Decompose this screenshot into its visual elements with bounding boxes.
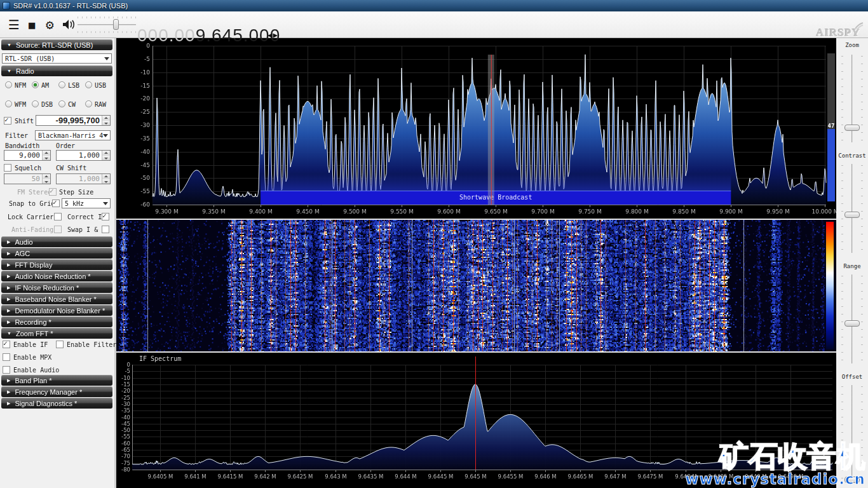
shift-value-spinner[interactable]: -99,995,700 xyxy=(36,115,111,126)
slider-track xyxy=(851,274,853,363)
radio-header-label: Radio xyxy=(16,67,34,75)
tune-right-icon[interactable]: ▸ xyxy=(273,29,279,41)
panel-header-label: AGC xyxy=(15,250,30,257)
mode-label-raw: RAW xyxy=(95,101,106,108)
mode-radio-cw[interactable] xyxy=(58,100,65,107)
main-spectrum-canvas[interactable] xyxy=(116,38,836,219)
checkbox-enable-mpx[interactable] xyxy=(3,353,10,361)
radio-panel-header[interactable]: ▼ Radio xyxy=(1,65,112,76)
swap-iq-checkbox[interactable] xyxy=(102,226,109,233)
mode-radio-usb[interactable] xyxy=(85,81,92,88)
panel-header-label: Band Plan * xyxy=(15,377,51,384)
volume-track xyxy=(78,24,136,25)
correct-iq-checkbox[interactable]: ✓ xyxy=(102,213,109,220)
mode-radio-wfm[interactable] xyxy=(5,100,12,107)
panel-header-frequency-manager-[interactable]: ▶Frequency Manager * xyxy=(1,386,112,397)
checkbox-enable-if[interactable]: ✓ xyxy=(3,341,10,348)
gear-icon[interactable]: ⚙ xyxy=(46,17,54,33)
left-panel: ▼ Source: RTL-SDR (USB) RTL-SDR (USB) ▼ … xyxy=(0,38,114,488)
expand-arrow-icon: ▶ xyxy=(7,251,10,256)
panel-header-zoom-fft-[interactable]: ▼Zoom FFT * xyxy=(1,328,112,339)
order-value: 1,000 xyxy=(57,151,102,159)
mode-radio-am[interactable] xyxy=(32,81,39,88)
volume-slider[interactable] xyxy=(78,19,136,30)
spinner-arrows-icon[interactable] xyxy=(102,151,110,160)
panel-header-baseband-noise-blanker-[interactable]: ▶Baseband Noise Blanker * xyxy=(1,294,112,304)
panel-header-demodulator-noise-blanker-[interactable]: ▶Demodulator Noise Blanker * xyxy=(1,305,112,316)
range-slider[interactable] xyxy=(838,274,866,363)
step-size-dropdown[interactable]: 5 kHz xyxy=(62,198,111,208)
source-panel-header[interactable]: ▼ Source: RTL-SDR (USB) xyxy=(1,39,112,50)
panel-header-band-plan-[interactable]: ▶Band Plan * xyxy=(1,375,112,386)
volume-thumb[interactable] xyxy=(113,19,119,30)
checkbox-enable-filter[interactable] xyxy=(56,341,64,348)
mode-label-am: AM xyxy=(41,82,49,89)
range-slider-thumb[interactable] xyxy=(844,320,860,327)
panel-header-audio-noise-reduction-[interactable]: ▶Audio Noise Reduction * xyxy=(1,271,112,281)
filter-label: Filter xyxy=(5,132,28,139)
spinner-arrows-icon xyxy=(42,174,50,184)
source-device-dropdown[interactable]: RTL-SDR (USB) xyxy=(2,53,112,64)
lock-carrier-checkbox[interactable] xyxy=(54,213,62,220)
panel-header-audio[interactable]: ▶Audio xyxy=(1,236,112,247)
cw-shift-label: CW Shift xyxy=(56,165,86,172)
squelch-checkbox[interactable] xyxy=(4,164,11,172)
label-enable-audio: Enable Audio xyxy=(13,367,59,374)
shift-checkbox[interactable]: ✓ xyxy=(4,117,11,125)
toolbar: ☰ ■ ⚙ 000.009.645.000 ◂▸ AIRSPY xyxy=(0,11,868,38)
tune-step-arrows[interactable]: ◂▸ xyxy=(268,29,278,41)
waterfall-panel xyxy=(116,220,836,351)
tune-left-icon[interactable]: ◂ xyxy=(268,29,273,41)
panel-header-signal-diagnostics-[interactable]: ▶Signal Diagnostics * xyxy=(1,398,112,409)
panel-header-agc[interactable]: ▶AGC xyxy=(1,248,112,259)
contrast-slider-thumb[interactable] xyxy=(844,212,860,218)
offset-slider[interactable] xyxy=(838,385,866,483)
expand-arrow-icon: ▶ xyxy=(7,262,10,268)
spinner-arrows-icon[interactable] xyxy=(42,151,50,160)
checkbox-enable-audio[interactable] xyxy=(3,366,10,374)
waterfall-color-scale xyxy=(826,222,834,349)
panel-header-fft-display[interactable]: ▶FFT Display xyxy=(1,259,112,270)
panel-header-recording-[interactable]: ▶Recording * xyxy=(1,316,112,327)
panel-header-label: Zoom FFT * xyxy=(16,330,53,337)
label-enable-mpx: Enable MPX xyxy=(13,354,51,361)
correct-iq-label: Correct IQ xyxy=(67,214,105,220)
snap-to-grid-checkbox[interactable]: ✓ xyxy=(52,200,60,207)
slider-ticks xyxy=(861,165,863,252)
order-spinner[interactable]: 1,000 xyxy=(56,150,111,161)
speaker-icon[interactable] xyxy=(62,19,76,32)
expand-arrow-icon: ▶ xyxy=(7,297,10,302)
spinner-arrows-icon xyxy=(102,174,110,184)
menu-icon[interactable]: ☰ xyxy=(8,17,20,33)
frequency-display[interactable]: 000.009.645.000 xyxy=(137,25,280,46)
zoom-slider-thumb[interactable] xyxy=(844,125,860,131)
mode-radio-nfm[interactable] xyxy=(5,81,12,88)
spinner-arrows-icon[interactable] xyxy=(102,116,110,125)
slider-ticks xyxy=(841,276,843,362)
order-label: Order xyxy=(56,142,75,149)
spectrum-panel xyxy=(116,38,836,219)
expand-arrow-icon: ▶ xyxy=(7,308,10,313)
bandwidth-spinner[interactable]: 9,000 xyxy=(4,150,51,161)
waterfall-canvas[interactable] xyxy=(116,220,836,351)
stop-button[interactable]: ■ xyxy=(29,17,35,34)
mode-label-lsb: LSB xyxy=(68,82,79,89)
mode-radio-dsb[interactable] xyxy=(32,100,39,107)
mode-radio-raw[interactable] xyxy=(85,100,92,107)
mode-radio-lsb[interactable] xyxy=(58,81,65,88)
title-bar: SDR# v1.0.0.1637 - RTL-SDR (USB) xyxy=(0,0,868,11)
mode-label-usb: USB xyxy=(95,82,106,89)
slider-ticks xyxy=(841,165,843,252)
cw-shift-value: 1,000 xyxy=(57,175,102,183)
panel-header-label: Audio Noise Reduction * xyxy=(15,273,90,280)
fm-stereo-checkbox: ✓ xyxy=(49,188,57,196)
filter-dropdown[interactable]: Blackman-Harris 4 xyxy=(35,130,111,140)
contrast-slider[interactable] xyxy=(838,164,866,253)
offset-slider-thumb[interactable] xyxy=(844,477,860,483)
slider-ticks xyxy=(841,56,843,141)
slider-track xyxy=(851,164,853,253)
if-spectrum-canvas[interactable] xyxy=(116,353,836,488)
panel-header-if-noise-reduction-[interactable]: ▶IF Noise Reduction * xyxy=(1,282,112,293)
frequency-dim-digits[interactable]: 000.00 xyxy=(137,25,196,45)
zoom-slider[interactable] xyxy=(838,55,866,142)
